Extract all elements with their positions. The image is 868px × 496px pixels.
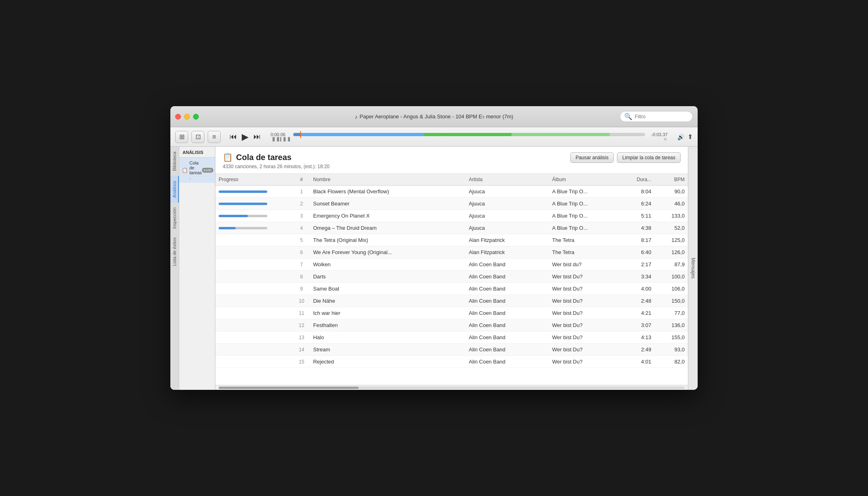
sidebar-item-analisis[interactable]: Análisis <box>170 176 179 203</box>
search-bar[interactable]: 🔍 <box>620 111 693 122</box>
row-album: Wer bist Du? <box>549 295 621 307</box>
sidebar-item-inspeccion[interactable]: Inspección <box>170 203 179 234</box>
right-sidebar[interactable]: Mensajes <box>688 147 698 390</box>
main-layout: Biblioteca Análisis Inspección Lista de … <box>170 147 698 390</box>
row-duration: 6:40 <box>621 246 654 259</box>
progress-cell <box>215 295 293 307</box>
time-start: 0:00.06 <box>271 132 290 137</box>
song-table-container[interactable]: Progreso # Nombre Artista Álbum Dura... … <box>215 174 688 385</box>
grid-view-button[interactable]: ⊡ <box>191 131 204 143</box>
table-row[interactable]: 4Omega – The Druid DreamAjuucaA Blue Tri… <box>215 222 688 234</box>
search-icon: 🔍 <box>624 113 632 120</box>
left-panel-header: ANÁLISIS <box>179 147 215 158</box>
play-button[interactable]: ▶ <box>240 130 250 144</box>
row-bpm: 87,9 <box>655 259 688 271</box>
table-row[interactable]: 14StreamAlin Coen BandWer bist Du?2:4993… <box>215 344 688 356</box>
queue-item[interactable]: 📋 Cola de tareas . 4330 <box>179 158 215 183</box>
close-button[interactable] <box>175 114 181 120</box>
queue-icon: 📋 <box>182 167 188 173</box>
row-name: Same Boat <box>310 283 466 295</box>
row-bpm: 155,0 <box>655 331 688 344</box>
table-row[interactable]: 2Sunset BeamerAjuucaA Blue Trip O...6:24… <box>215 198 688 210</box>
progress-cell <box>215 356 293 368</box>
list-view-button[interactable]: ≡ <box>208 131 221 143</box>
library-view-button[interactable]: ⊞ <box>175 131 188 143</box>
minimize-button[interactable] <box>184 114 190 120</box>
fast-forward-button[interactable]: ⏭ <box>252 131 262 143</box>
row-name: The Tetra (Original Mix) <box>310 234 466 246</box>
table-row[interactable]: 9Same BoatAlin Coen BandWer bist Du?4:00… <box>215 283 688 295</box>
row-name: Omega – The Druid Dream <box>310 222 466 234</box>
row-artist: Alin Coen Band <box>466 295 549 307</box>
progress-area: 0:00.06 -0:03.37 ▐▌▐▌▌▐▌▐▌ ⟲ <box>271 132 668 141</box>
row-album: Wer bist Du? <box>549 344 621 356</box>
messages-tab[interactable]: Mensajes <box>690 258 696 278</box>
sidebar-item-biblioteca[interactable]: Biblioteca <box>170 147 179 176</box>
row-artist: Ajuuca <box>466 198 549 210</box>
progress-cell <box>215 234 293 246</box>
row-album: A Blue Trip O... <box>549 198 621 210</box>
table-row[interactable]: 5The Tetra (Original Mix)Alan Fitzpatric… <box>215 234 688 246</box>
table-header-row: Progreso # Nombre Artista Álbum Dura... … <box>215 174 688 186</box>
scrollbar-track[interactable] <box>219 387 685 389</box>
sidebar-item-lista[interactable]: Lista de éxitos <box>170 233 179 270</box>
row-artist: Alin Coen Band <box>466 307 549 319</box>
row-album: Wer bist Du? <box>549 331 621 344</box>
table-row[interactable]: 11Ich war hierAlin Coen BandWer bist Du?… <box>215 307 688 319</box>
row-num: 15 <box>293 356 310 368</box>
clear-queue-button[interactable]: Limpiar la cola de tareas <box>617 152 681 163</box>
rewind-button[interactable]: ⏮ <box>228 131 238 143</box>
table-row[interactable]: 13HaloAlin Coen BandWer bist Du?4:13155,… <box>215 331 688 344</box>
row-num: 14 <box>293 344 310 356</box>
row-album: Wer bist du? <box>549 259 621 271</box>
row-album: Wer bist Du? <box>549 307 621 319</box>
row-album: A Blue Trip O... <box>549 222 621 234</box>
row-album: Wer bist Du? <box>549 271 621 283</box>
row-duration: 4:00 <box>621 283 654 295</box>
table-row[interactable]: 6We Are Forever Young (Original...Alan F… <box>215 246 688 259</box>
row-bpm: 52,0 <box>655 222 688 234</box>
pause-analysis-button[interactable]: Pausar análisis <box>570 152 614 163</box>
row-name: Sunset Beamer <box>310 198 466 210</box>
row-album: The Tetra <box>549 234 621 246</box>
row-album: Wer bist Du? <box>549 283 621 295</box>
scrollbar-thumb[interactable] <box>219 387 359 389</box>
scrollbar-area[interactable] <box>215 385 688 390</box>
table-row[interactable]: 7WolkenAlin Coen BandWer bist du?2:1787,… <box>215 259 688 271</box>
row-num: 3 <box>293 210 310 222</box>
row-bpm: 90,0 <box>655 186 688 198</box>
row-num: 1 <box>293 186 310 198</box>
col-artista: Artista <box>466 174 549 186</box>
row-duration: 8:04 <box>621 186 654 198</box>
main-content: 📋 Cola de tareas 4330 canciones, 2 horas… <box>215 147 688 390</box>
row-num: 4 <box>293 222 310 234</box>
row-bpm: 100,0 <box>655 271 688 283</box>
titlebar: ♪ Paper Aeroplane - Angus & Julia Stone … <box>170 106 698 127</box>
song-table: Progreso # Nombre Artista Álbum Dura... … <box>215 174 688 368</box>
progress-cell <box>215 319 293 331</box>
time-end: -0:03.37 <box>648 132 668 137</box>
row-num: 7 <box>293 259 310 271</box>
table-row[interactable]: 8DartsAlin Coen BandWer bist Du?3:34100,… <box>215 271 688 283</box>
row-duration: 3:07 <box>621 319 654 331</box>
table-row[interactable]: 12FesthaltenAlin Coen BandWer bist Du?3:… <box>215 319 688 331</box>
row-duration: 4:01 <box>621 356 654 368</box>
row-num: 11 <box>293 307 310 319</box>
row-bpm: 136,0 <box>655 319 688 331</box>
table-row[interactable]: 3Emergency On Planet XAjuucaA Blue Trip … <box>215 210 688 222</box>
row-name: Wolken <box>310 259 466 271</box>
table-row[interactable]: 1Black Flowers (Mental Overflow)AjuucaA … <box>215 186 688 198</box>
search-input[interactable] <box>635 114 688 120</box>
row-name: Black Flowers (Mental Overflow) <box>310 186 466 198</box>
content-header: 📋 Cola de tareas 4330 canciones, 2 horas… <box>215 147 688 174</box>
row-bpm: 150,0 <box>655 295 688 307</box>
row-num: 13 <box>293 331 310 344</box>
row-artist: Alin Coen Band <box>466 271 549 283</box>
col-duracion: Dura... <box>621 174 654 186</box>
share-button[interactable]: ⬆ <box>688 133 693 141</box>
table-row[interactable]: 15RejectedAlin Coen BandWer bist Du?4:01… <box>215 356 688 368</box>
maximize-button[interactable] <box>193 114 199 120</box>
row-duration: 6:24 <box>621 198 654 210</box>
row-artist: Alin Coen Band <box>466 356 549 368</box>
table-row[interactable]: 10Die NäheAlin Coen BandWer bist Du?2:48… <box>215 295 688 307</box>
